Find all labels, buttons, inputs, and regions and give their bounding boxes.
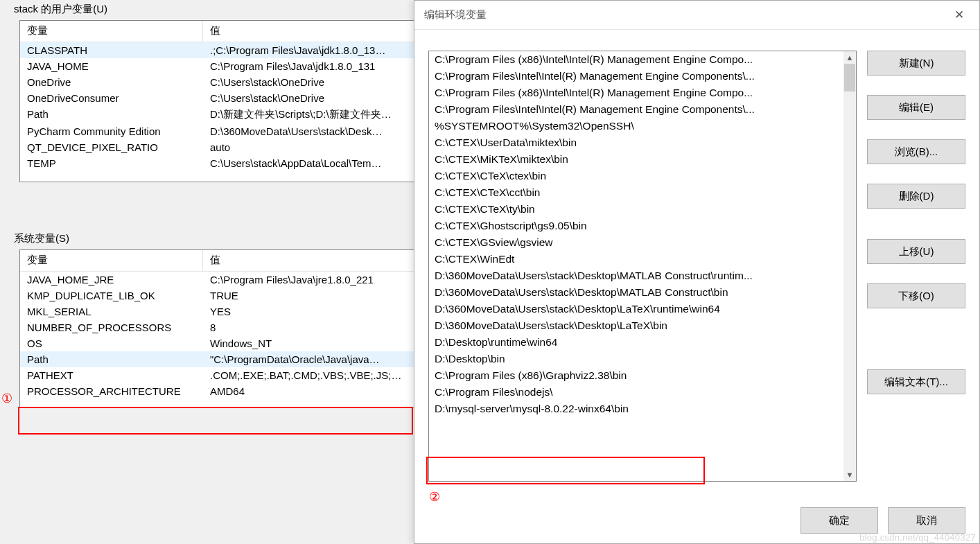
var-name-cell: JAVA_HOME_JRE bbox=[20, 272, 203, 288]
var-name-cell: CLASSPATH bbox=[20, 42, 203, 58]
var-name-cell: TEMP bbox=[20, 155, 203, 171]
list-item[interactable]: C:\Program Files (x86)\Graphviz2.38\bin bbox=[429, 367, 843, 384]
dialog-footer: 确定 取消 bbox=[800, 507, 965, 534]
list-item[interactable]: D:\Desktop\bin bbox=[429, 351, 843, 367]
var-name-cell: OS bbox=[20, 335, 203, 351]
list-item[interactable]: %SYSTEMROOT%\System32\OpenSSH\ bbox=[429, 118, 843, 134]
close-icon[interactable]: ✕ bbox=[949, 5, 970, 25]
list-item[interactable]: C:\Program Files (x86)\Intel\Intel(R) Ma… bbox=[429, 85, 843, 101]
edit-env-var-dialog: 编辑环境变量 ✕ C:\Program Files (x86)\Intel\In… bbox=[414, 0, 980, 544]
list-item[interactable]: C:\Program Files\nodejs\ bbox=[429, 384, 843, 401]
list-item[interactable]: C:\Program Files (x86)\Intel\Intel(R) Ma… bbox=[429, 51, 843, 68]
var-name-cell: Path bbox=[20, 106, 203, 123]
list-item[interactable]: C:\CTEX\UserData\miktex\bin bbox=[429, 134, 843, 151]
vertical-scrollbar[interactable]: ▲ ▼ bbox=[843, 51, 856, 481]
list-item[interactable]: D:\360MoveData\Users\stack\Desktop\MATLA… bbox=[429, 284, 843, 301]
move-down-button[interactable]: 下移(O) bbox=[867, 283, 965, 308]
var-name-cell: PATHEXT bbox=[20, 367, 203, 383]
scroll-thumb-top[interactable] bbox=[844, 64, 855, 91]
dialog-titlebar: 编辑环境变量 ✕ bbox=[414, 1, 979, 30]
var-name-cell: PROCESSOR_ARCHITECTURE bbox=[20, 383, 203, 399]
list-item[interactable]: D:\Desktop\runtime\win64 bbox=[429, 334, 843, 351]
var-name-cell: NUMBER_OF_PROCESSORS bbox=[20, 319, 203, 335]
list-item[interactable]: D:\360MoveData\Users\stack\Desktop\LaTeX… bbox=[429, 301, 843, 317]
list-item[interactable]: C:\CTEX\Ghostscript\gs9.05\bin bbox=[429, 218, 843, 234]
move-up-button[interactable]: 上移(U) bbox=[867, 239, 965, 264]
dialog-title-text: 编辑环境变量 bbox=[424, 8, 487, 21]
var-name-cell: OneDriveConsumer bbox=[20, 90, 203, 106]
col-header-var[interactable]: 变量 bbox=[20, 21, 203, 42]
list-item[interactable]: C:\CTEX\CTeX\ctex\bin bbox=[429, 168, 843, 184]
list-item[interactable]: C:\CTEX\WinEdt bbox=[429, 251, 843, 267]
var-name-cell: OneDrive bbox=[20, 74, 203, 90]
dialog-body: C:\Program Files (x86)\Intel\Intel(R) Ma… bbox=[414, 30, 979, 543]
delete-entry-button[interactable]: 删除(D) bbox=[867, 184, 965, 209]
scroll-down-arrow-icon[interactable]: ▼ bbox=[843, 468, 856, 481]
var-name-cell: PyCharm Community Edition bbox=[20, 123, 203, 139]
list-item[interactable]: C:\CTEX\CTeX\cct\bin bbox=[429, 184, 843, 201]
scroll-up-arrow-icon[interactable]: ▲ bbox=[843, 51, 856, 64]
cancel-button[interactable]: 取消 bbox=[888, 507, 965, 534]
list-item[interactable]: D:\360MoveData\Users\stack\Desktop\MATLA… bbox=[429, 267, 843, 284]
scroll-track[interactable] bbox=[843, 64, 856, 468]
path-entries-listbox[interactable]: C:\Program Files (x86)\Intel\Intel(R) Ma… bbox=[428, 51, 857, 482]
dialog-side-buttons: 新建(N) 编辑(E) 浏览(B)... 删除(D) 上移(U) 下移(O) 编… bbox=[867, 51, 965, 394]
var-name-cell: JAVA_HOME bbox=[20, 58, 203, 74]
col-header-var[interactable]: 变量 bbox=[20, 250, 203, 271]
list-item[interactable]: D:\mysql-server\mysql-8.0.22-winx64\bin bbox=[429, 401, 843, 417]
var-name-cell: Path bbox=[20, 351, 203, 367]
browse-button[interactable]: 浏览(B)... bbox=[867, 139, 965, 164]
list-item[interactable]: C:\CTEX\MiKTeX\miktex\bin bbox=[429, 151, 843, 168]
new-entry-button[interactable]: 新建(N) bbox=[867, 51, 965, 76]
list-item[interactable]: C:\CTEX\GSview\gsview bbox=[429, 234, 843, 251]
edit-text-button[interactable]: 编辑文本(T)... bbox=[867, 369, 965, 394]
ok-button[interactable]: 确定 bbox=[800, 507, 878, 534]
var-name-cell: MKL_SERIAL bbox=[20, 304, 203, 319]
var-name-cell: QT_DEVICE_PIXEL_RATIO bbox=[20, 139, 203, 155]
list-item[interactable]: C:\CTEX\CTeX\ty\bin bbox=[429, 201, 843, 218]
list-item[interactable]: C:\Program Files\Intel\Intel(R) Manageme… bbox=[429, 68, 843, 85]
var-name-cell: KMP_DUPLICATE_LIB_OK bbox=[20, 288, 203, 304]
edit-entry-button[interactable]: 编辑(E) bbox=[867, 95, 965, 120]
list-item[interactable]: C:\Program Files\Intel\Intel(R) Manageme… bbox=[429, 101, 843, 118]
list-item[interactable]: D:\360MoveData\Users\stack\Desktop\LaTeX… bbox=[429, 317, 843, 334]
